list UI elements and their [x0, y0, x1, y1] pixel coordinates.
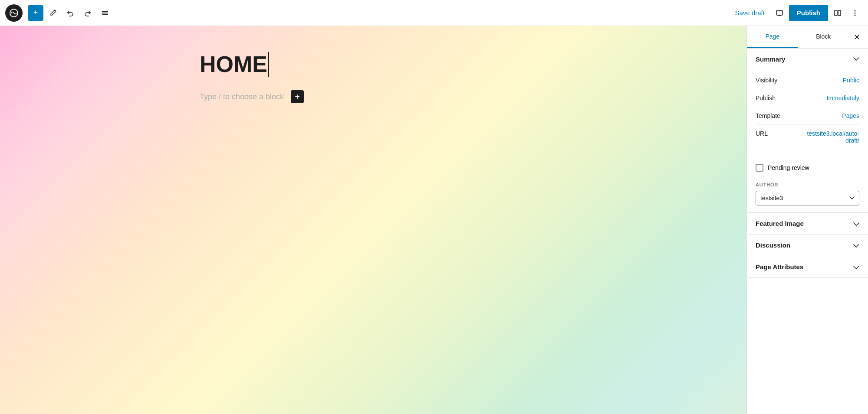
pending-review-row: Pending review: [747, 158, 868, 178]
page-attributes-title: Page Attributes: [756, 263, 803, 271]
discussion-chevron-icon: [853, 242, 859, 249]
discussion-panel-header[interactable]: Discussion: [747, 235, 868, 256]
url-label: URL: [756, 130, 768, 137]
editor-area[interactable]: HOME Type / to choose a block +: [0, 26, 746, 414]
list-view-button[interactable]: [97, 5, 113, 21]
edit-button[interactable]: [45, 5, 61, 21]
publish-button[interactable]: Publish: [789, 5, 828, 21]
publish-label: Publish: [756, 95, 776, 101]
summary-panel-header[interactable]: Summary: [747, 49, 868, 70]
url-value[interactable]: testsite3.local/auto-draft/: [799, 130, 859, 144]
cursor: [268, 52, 269, 77]
template-value[interactable]: Pages: [842, 112, 859, 119]
svg-point-9: [855, 14, 856, 16]
svg-rect-1: [102, 11, 108, 12]
wp-logo-icon[interactable]: [5, 4, 23, 22]
page-attributes-panel-header[interactable]: Page Attributes: [747, 256, 868, 277]
summary-publish-row: Publish Immediately: [756, 89, 859, 107]
undo-button[interactable]: [62, 5, 78, 21]
sidebar-body: Summary Visibility Public Publish Immedi…: [747, 49, 868, 414]
svg-rect-5: [835, 10, 837, 16]
add-block-inline-button[interactable]: +: [291, 90, 304, 103]
visibility-label: Visibility: [756, 77, 777, 84]
discussion-panel: Discussion: [747, 235, 868, 256]
summary-panel: Summary Visibility Public Publish Immedi…: [747, 49, 868, 213]
svg-rect-6: [838, 10, 841, 16]
summary-panel-title: Summary: [756, 55, 785, 63]
summary-visibility-row: Visibility Public: [756, 72, 859, 89]
tab-page[interactable]: Page: [747, 26, 798, 48]
summary-panel-body: Visibility Public Publish Immediately Te…: [747, 70, 868, 158]
visibility-value[interactable]: Public: [843, 77, 859, 84]
summary-chevron-icon: [853, 56, 859, 63]
settings-panel-button[interactable]: [830, 5, 845, 21]
svg-rect-3: [102, 14, 108, 15]
author-label: AUTHOR: [756, 182, 859, 187]
svg-point-8: [855, 12, 856, 13]
more-options-button[interactable]: [847, 5, 863, 21]
save-draft-button[interactable]: Save draft: [730, 6, 769, 20]
pending-review-label: Pending review: [768, 164, 809, 171]
publish-value[interactable]: Immediately: [827, 95, 859, 101]
template-label: Template: [756, 112, 780, 119]
featured-image-panel-header[interactable]: Featured image: [747, 213, 868, 234]
page-attributes-chevron-icon: [853, 264, 859, 271]
preview-button[interactable]: [772, 5, 787, 21]
page-title-text: HOME: [200, 52, 267, 77]
discussion-title: Discussion: [756, 241, 790, 249]
block-placeholder-row: Type / to choose a block +: [200, 90, 547, 103]
editor-content: HOME Type / to choose a block +: [200, 52, 547, 103]
sidebar-header: Page Block ✕: [747, 26, 868, 49]
featured-image-title: Featured image: [756, 220, 804, 227]
sidebar-close-button[interactable]: ✕: [849, 29, 865, 45]
svg-rect-4: [776, 10, 783, 15]
page-attributes-panel: Page Attributes: [747, 256, 868, 278]
sidebar: Page Block ✕ Summary Visibility Public: [746, 26, 868, 414]
featured-image-panel: Featured image: [747, 213, 868, 235]
page-title-input[interactable]: HOME: [200, 52, 547, 77]
toolbar: + Save draft Publish: [0, 0, 868, 26]
svg-rect-2: [102, 13, 108, 13]
add-block-toolbar-button[interactable]: +: [28, 5, 43, 21]
tab-block[interactable]: Block: [798, 26, 849, 48]
main-area: HOME Type / to choose a block + Page Blo…: [0, 26, 868, 414]
redo-button[interactable]: [80, 5, 95, 21]
author-section: AUTHOR testsite3: [747, 178, 868, 212]
placeholder-text: Type / to choose a block: [200, 92, 284, 101]
svg-point-7: [855, 10, 856, 11]
featured-image-chevron-icon: [853, 220, 859, 227]
pending-review-checkbox[interactable]: [756, 164, 763, 172]
summary-template-row: Template Pages: [756, 107, 859, 125]
author-select[interactable]: testsite3: [756, 191, 859, 205]
summary-url-row: URL testsite3.local/auto-draft/: [756, 125, 859, 149]
